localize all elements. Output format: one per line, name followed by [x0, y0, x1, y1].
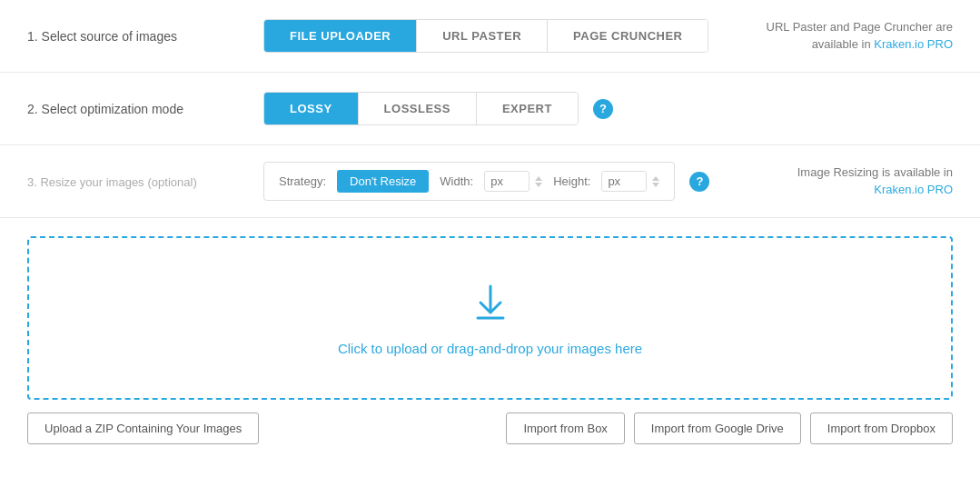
tab-url-paster[interactable]: URL PASTER	[417, 20, 548, 52]
source-tab-group: FILE UPLOADER URL PASTER PAGE CRUNCHER	[263, 19, 708, 53]
height-field	[601, 171, 659, 192]
tab-page-cruncher[interactable]: PAGE CRUNCHER	[548, 20, 708, 52]
source-hint-link[interactable]: Kraken.io PRO	[874, 37, 953, 51]
drop-zone[interactable]: Click to upload or drag-and-drop your im…	[27, 236, 953, 400]
width-down-arrow[interactable]	[535, 183, 542, 187]
width-spinner[interactable]	[535, 176, 542, 187]
resize-label: 3. Resize your images (optional)	[27, 174, 263, 189]
resize-hint: Image Resizing is available in Kraken.io…	[753, 164, 953, 197]
tab-lossy[interactable]: LOSSY	[264, 93, 359, 124]
strategy-button[interactable]: Don't Resize	[337, 170, 429, 193]
width-field	[484, 171, 542, 192]
resize-section: 3. Resize your images (optional) Strateg…	[0, 145, 980, 218]
resize-hint-link[interactable]: Kraken.io PRO	[874, 183, 953, 196]
tab-lossless[interactable]: LOSSLESS	[359, 93, 477, 124]
source-label: 1. Select source of images	[27, 29, 263, 44]
resize-optional: (optional)	[148, 175, 197, 189]
height-label: Height:	[553, 174, 590, 188]
import-dropbox-button[interactable]: Import from Dropbox	[810, 413, 953, 444]
import-google-button[interactable]: Import from Google Drive	[634, 413, 801, 444]
import-right: Import from Box Import from Google Drive…	[506, 413, 953, 444]
source-section: 1. Select source of images FILE UPLOADER…	[0, 0, 980, 73]
drop-text: Click to upload or drag-and-drop your im…	[338, 341, 642, 356]
import-bar: Upload a ZIP Containing Your Images Impo…	[27, 413, 953, 444]
width-up-arrow[interactable]	[535, 176, 542, 181]
import-left: Upload a ZIP Containing Your Images	[27, 413, 259, 444]
import-box-button[interactable]: Import from Box	[506, 413, 624, 444]
optimization-help-icon[interactable]: ?	[593, 99, 613, 119]
resize-help-icon[interactable]: ?	[689, 172, 709, 192]
height-up-arrow[interactable]	[652, 176, 659, 181]
tab-expert[interactable]: EXPERT	[477, 93, 578, 124]
height-spinner[interactable]	[652, 176, 659, 187]
optimization-label: 2. Select optimization mode	[27, 102, 263, 116]
optimization-tab-group: LOSSY LOSSLESS EXPERT	[263, 92, 579, 125]
resize-hint-text: Image Resizing is available in	[797, 165, 953, 179]
width-label: Width:	[440, 174, 473, 188]
strategy-label: Strategy:	[279, 174, 326, 188]
height-down-arrow[interactable]	[652, 183, 659, 187]
optimization-section: 2. Select optimization mode LOSSY LOSSLE…	[0, 73, 980, 145]
tab-file-uploader[interactable]: FILE UPLOADER	[264, 20, 417, 52]
download-icon	[469, 281, 512, 330]
height-input[interactable]	[601, 171, 647, 192]
resize-controls: Strategy: Don't Resize Width: Height:	[263, 162, 675, 201]
upload-zip-button[interactable]: Upload a ZIP Containing Your Images	[27, 413, 259, 444]
resize-label-text: 3. Resize your images	[27, 175, 144, 189]
source-hint: URL Paster and Page Cruncher are availab…	[753, 19, 953, 52]
width-input[interactable]	[484, 171, 530, 192]
drop-zone-section: Click to upload or drag-and-drop your im…	[0, 218, 980, 462]
